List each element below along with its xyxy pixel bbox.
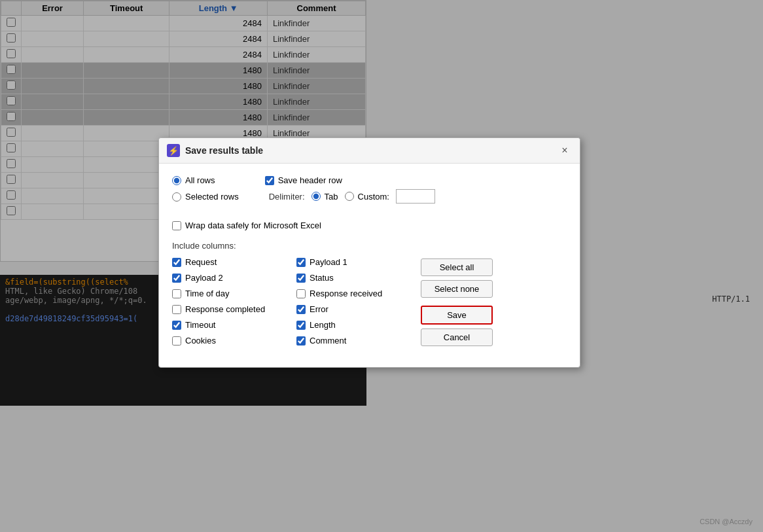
- column-action-buttons: Select all Select none Save Cancel: [421, 257, 493, 346]
- col-status-checkbox[interactable]: [296, 274, 306, 283]
- col-cookies-checkbox[interactable]: [172, 336, 181, 346]
- delimiter-row: Delimiter: Tab Custom:: [269, 189, 435, 204]
- col-comment-checkbox[interactable]: [296, 336, 306, 346]
- all-rows-option[interactable]: All rows: [172, 175, 239, 185]
- selected-rows-option[interactable]: Selected rows: [172, 192, 239, 202]
- col-error-checkbox[interactable]: [296, 305, 306, 314]
- selected-rows-label: Selected rows: [185, 192, 239, 202]
- col-time-of-day-checkbox[interactable]: [172, 289, 181, 298]
- close-dialog-button[interactable]: ×: [558, 143, 572, 158]
- col-payload2-checkbox[interactable]: [172, 274, 181, 283]
- col-response-completed-checkbox[interactable]: [172, 305, 181, 314]
- custom-label: Custom:: [358, 192, 389, 202]
- col-payload1[interactable]: Payload 1: [296, 257, 421, 267]
- save-results-dialog: ⚡ Save results table × All rows Selected…: [158, 137, 580, 368]
- all-rows-label: All rows: [185, 175, 215, 185]
- selected-rows-radio[interactable]: [172, 192, 181, 202]
- custom-delimiter-input[interactable]: [396, 189, 435, 204]
- custom-radio[interactable]: [345, 192, 354, 201]
- include-columns-label: Include columns:: [172, 241, 567, 251]
- tab-label: Tab: [325, 192, 338, 202]
- col-time-of-day[interactable]: Time of day: [172, 289, 296, 298]
- wrap-label: Wrap data safely for Microsoft Excel: [185, 221, 321, 230]
- wrap-checkbox[interactable]: [172, 221, 181, 230]
- dialog-title: Save results table: [185, 145, 263, 156]
- dialog-icon: ⚡: [167, 144, 180, 157]
- col-cookies[interactable]: Cookies: [172, 336, 296, 346]
- custom-option[interactable]: Custom:: [345, 192, 389, 202]
- col-comment[interactable]: Comment: [296, 336, 421, 346]
- dialog-titlebar: ⚡ Save results table ×: [159, 138, 580, 164]
- select-none-button[interactable]: Select none: [421, 280, 493, 298]
- col-request-checkbox[interactable]: [172, 258, 181, 267]
- col-payload2[interactable]: Payload 2: [172, 273, 296, 283]
- dialog-title-area: ⚡ Save results table: [167, 144, 263, 157]
- col-response-received[interactable]: Response received: [296, 289, 421, 298]
- col-request[interactable]: Request: [172, 257, 296, 267]
- col-status[interactable]: Status: [296, 273, 421, 283]
- tab-option[interactable]: Tab: [311, 192, 338, 202]
- tab-radio[interactable]: [311, 192, 321, 201]
- select-all-button[interactable]: Select all: [421, 258, 493, 276]
- delimiter-label: Delimiter:: [269, 192, 305, 202]
- col-payload1-checkbox[interactable]: [296, 258, 306, 267]
- col-response-completed[interactable]: Response completed: [172, 304, 296, 314]
- save-header-label: Save header row: [278, 175, 342, 185]
- save-button[interactable]: Save: [421, 306, 493, 325]
- row-options-area: All rows Selected rows Save header row D…: [172, 175, 567, 211]
- col-length-checkbox[interactable]: [296, 321, 306, 330]
- all-rows-radio[interactable]: [172, 176, 181, 185]
- col-error[interactable]: Error: [296, 304, 421, 314]
- col-timeout[interactable]: Timeout: [172, 320, 296, 330]
- save-header-checkbox[interactable]: [265, 176, 274, 185]
- col-response-received-checkbox[interactable]: [296, 289, 306, 298]
- wrap-row: Wrap data safely for Microsoft Excel: [172, 221, 567, 230]
- wrap-option[interactable]: Wrap data safely for Microsoft Excel: [172, 221, 321, 230]
- cancel-button[interactable]: Cancel: [421, 328, 493, 346]
- col-length[interactable]: Length: [296, 320, 421, 330]
- dialog-body: All rows Selected rows Save header row D…: [159, 164, 580, 367]
- col-timeout-checkbox[interactable]: [172, 321, 181, 330]
- save-header-option[interactable]: Save header row: [265, 175, 435, 185]
